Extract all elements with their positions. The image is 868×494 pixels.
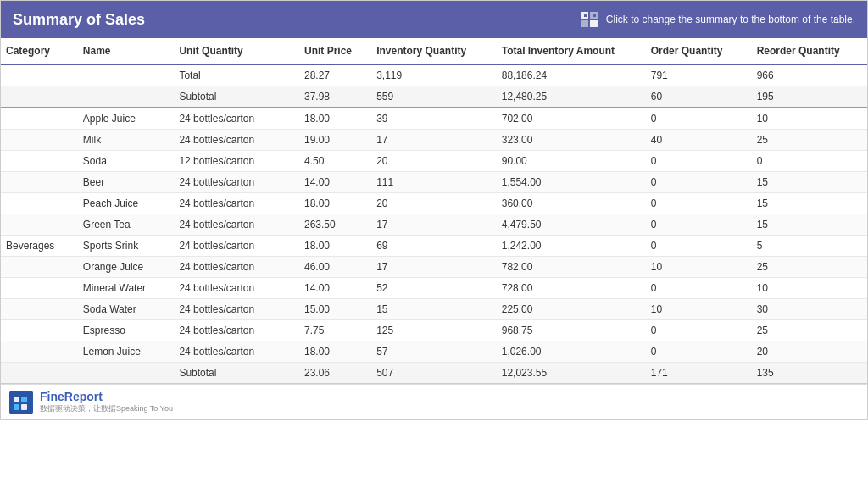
- data-unit-qty: 24 bottles/carton: [174, 341, 299, 363]
- data-unit-qty: 24 bottles/carton: [174, 278, 299, 299]
- data-total-inv: 225.00: [497, 299, 646, 320]
- col-header-order-qty: Order Quantity: [646, 38, 752, 64]
- data-reorder-qty: 25: [752, 257, 867, 278]
- data-name-cell: Soda: [78, 151, 175, 172]
- data-inv-qty: 20: [371, 193, 497, 214]
- data-unit-qty: 24 bottles/carton: [174, 108, 299, 130]
- data-reorder-qty: 5: [752, 236, 867, 257]
- svg-rect-4: [584, 14, 587, 17]
- table-row: Soda Water24 bottles/carton15.0015225.00…: [1, 299, 867, 320]
- col-header-category: Category: [1, 38, 78, 64]
- total-reorder-qty: 966: [752, 64, 867, 86]
- data-category-cell: [1, 278, 78, 299]
- data-category-cell: [1, 193, 78, 214]
- col-header-reorder-qty: Reorder Quantity: [752, 38, 867, 64]
- svg-rect-7: [14, 397, 19, 402]
- data-reorder-qty: 15: [752, 193, 867, 214]
- data-total-inv: 90.00: [497, 151, 646, 172]
- data-unit-price: 18.00: [299, 108, 371, 130]
- data-inv-qty: 20: [371, 151, 497, 172]
- data-total-inv: 4,479.50: [497, 214, 646, 236]
- bsub-unit-price: 23.06: [299, 363, 371, 384]
- data-name-cell: Milk: [78, 130, 175, 151]
- data-name-cell: Apple Juice: [78, 108, 175, 130]
- svg-rect-10: [21, 404, 27, 410]
- table-row: Milk24 bottles/carton19.0017323.004025: [1, 130, 867, 151]
- svg-rect-5: [593, 14, 596, 17]
- data-name-cell: Lemon Juice: [78, 341, 175, 363]
- data-category-cell: [1, 172, 78, 193]
- data-inv-qty: 125: [371, 320, 497, 341]
- data-unit-price: 18.00: [299, 341, 371, 363]
- data-inv-qty: 39: [371, 108, 497, 130]
- data-category-cell: Beverages: [1, 236, 78, 257]
- subtotal-row-top: Subtotal 37.98 559 12,480.25 60 195: [1, 86, 867, 108]
- data-reorder-qty: 30: [752, 299, 867, 320]
- data-unit-price: 46.00: [299, 257, 371, 278]
- data-inv-qty: 52: [371, 278, 497, 299]
- data-unit-price: 4.50: [299, 151, 371, 172]
- data-category-cell: [1, 320, 78, 341]
- subtotal-top-inv-qty: 559: [371, 86, 497, 108]
- total-category-cell: [1, 64, 78, 86]
- total-label: Total: [174, 64, 299, 86]
- data-name-cell: Mineral Water: [78, 278, 175, 299]
- data-order-qty: 10: [646, 299, 752, 320]
- data-unit-qty: 12 bottles/carton: [174, 151, 299, 172]
- table-row: Soda12 bottles/carton4.502090.0000: [1, 151, 867, 172]
- svg-rect-6: [9, 391, 33, 414]
- data-order-qty: 0: [646, 172, 752, 193]
- col-header-unit-price: Unit Price: [299, 38, 371, 64]
- data-unit-qty: 24 bottles/carton: [174, 130, 299, 151]
- data-unit-qty: 24 bottles/carton: [174, 299, 299, 320]
- column-header-row: Category Name Unit Quantity Unit Price I…: [1, 38, 867, 64]
- data-reorder-qty: 15: [752, 214, 867, 236]
- data-order-qty: 40: [646, 130, 752, 151]
- data-reorder-qty: 20: [752, 341, 867, 363]
- col-header-inv-qty: Inventory Quantity: [371, 38, 497, 64]
- data-name-cell: Beer: [78, 172, 175, 193]
- data-inv-qty: 69: [371, 236, 497, 257]
- table-row: Apple Juice24 bottles/carton18.0039702.0…: [1, 108, 867, 130]
- data-total-inv: 782.00: [497, 257, 646, 278]
- data-name-cell: Espresso: [78, 320, 175, 341]
- subtotal-row-bottom: Subtotal23.0650712,023.55171135: [1, 363, 867, 384]
- data-category-cell: [1, 151, 78, 172]
- total-order-qty: 791: [646, 64, 752, 86]
- data-name-cell: Soda Water: [78, 299, 175, 320]
- table-header: Summary of Sales Click to change the sum…: [1, 1, 867, 38]
- data-category-cell: [1, 130, 78, 151]
- header-action[interactable]: Click to change the summary to the botto…: [581, 12, 855, 27]
- summary-toggle-icon[interactable]: [581, 12, 599, 27]
- data-order-qty: 10: [646, 257, 752, 278]
- logo-sub: 数据驱动决策，让数据Speaking To You: [40, 403, 173, 414]
- data-total-inv: 360.00: [497, 193, 646, 214]
- data-reorder-qty: 0: [752, 151, 867, 172]
- table-wrapper: Category Name Unit Quantity Unit Price I…: [1, 38, 867, 384]
- table-row: Green Tea24 bottles/carton263.50174,479.…: [1, 214, 867, 236]
- data-unit-qty: 24 bottles/carton: [174, 193, 299, 214]
- data-order-qty: 0: [646, 214, 752, 236]
- data-total-inv: 323.00: [497, 130, 646, 151]
- subtotal-top-order-qty: 60: [646, 86, 752, 108]
- subtotal-top-name: [78, 86, 175, 108]
- data-category-cell: [1, 214, 78, 236]
- data-unit-qty: 24 bottles/carton: [174, 214, 299, 236]
- data-reorder-qty: 15: [752, 172, 867, 193]
- subtotal-top-label: Subtotal: [174, 86, 299, 108]
- logo-name: FineReport: [40, 390, 173, 403]
- data-inv-qty: 17: [371, 130, 497, 151]
- bsub-inv-qty: 507: [371, 363, 497, 384]
- data-order-qty: 0: [646, 236, 752, 257]
- subtotal-top-reorder-qty: 195: [752, 86, 867, 108]
- data-unit-price: 18.00: [299, 193, 371, 214]
- total-total-inv: 88,186.24: [497, 64, 646, 86]
- data-category-cell: [1, 299, 78, 320]
- data-order-qty: 0: [646, 151, 752, 172]
- logo-bar: FineReport 数据驱动决策，让数据Speaking To You: [1, 384, 867, 419]
- subtotal-top-total-inv: 12,480.25: [497, 86, 646, 108]
- data-unit-qty: 24 bottles/carton: [174, 320, 299, 341]
- data-inv-qty: 17: [371, 257, 497, 278]
- data-total-inv: 968.75: [497, 320, 646, 341]
- subtotal-top-category: [1, 86, 78, 108]
